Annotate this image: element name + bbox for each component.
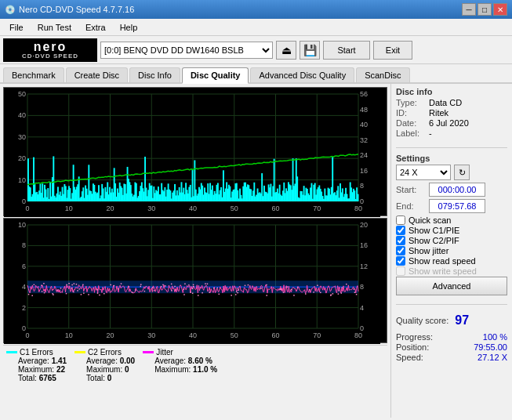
tab-bar: Benchmark Create Disc Disc Info Disc Qua… (0, 64, 512, 84)
c1-total-value: 6765 (39, 374, 56, 382)
quick-scan-checkbox[interactable] (396, 215, 405, 225)
jitter-color-swatch (143, 351, 154, 353)
c2-avg-row: Average: 0.00 (86, 357, 135, 365)
start-input[interactable] (429, 183, 485, 197)
settings-section: Settings 24 X ↻ Start: End: Quick scan (396, 154, 507, 295)
c1-max-row: Maximum: 22 (18, 365, 67, 374)
nero-logo: nero CD·DVD SPEED (3, 38, 97, 62)
speed-select[interactable]: 24 X (396, 165, 451, 180)
title-bar: 💿 Nero CD-DVD Speed 4.7.7.16 ─ □ ✕ (0, 0, 512, 19)
legend-jitter: Jitter Average: 8.60 % Maximum: 11.0 % (143, 348, 217, 382)
progress-row: Progress: 100 % (396, 332, 507, 342)
c2-label: C2 Errors (88, 348, 122, 357)
c2-total-value: 0 (107, 374, 112, 382)
disc-id-row: ID: Ritek (396, 108, 507, 118)
speed-label: Speed: (396, 353, 423, 362)
end-input[interactable] (429, 199, 485, 213)
minimize-button[interactable]: ─ (462, 3, 476, 16)
right-panel: Disc info Type: Data CD ID: Ritek Date: … (390, 84, 512, 418)
c1-max-value: 22 (56, 365, 65, 374)
show-write-speed-checkbox (396, 266, 405, 276)
show-c1-label: Show C1/PIE (409, 226, 459, 235)
c1-avg-row: Average: 1.41 (18, 357, 67, 365)
show-read-speed-label: Show read speed (409, 256, 476, 266)
tab-create-disc[interactable]: Create Disc (66, 67, 128, 82)
bottom-chart (3, 218, 387, 343)
divider-2 (396, 304, 507, 305)
app-title: Nero CD-DVD Speed 4.7.7.16 (19, 5, 134, 14)
menu-file[interactable]: File (3, 21, 30, 34)
end-label: End: (396, 201, 426, 211)
start-button[interactable]: Start (323, 41, 370, 60)
disc-date-label: Date: (396, 118, 426, 128)
legend-c2: C2 Errors Average: 0.00 Maximum: 0 Total… (74, 348, 135, 382)
settings-title: Settings (396, 154, 507, 163)
show-jitter-checkbox[interactable] (396, 246, 405, 255)
menu-extra[interactable]: Extra (79, 21, 112, 34)
disc-date-row: Date: 6 Jul 2020 (396, 118, 507, 128)
jitter-max-value: 11.0 % (193, 365, 217, 374)
show-write-speed-row: Show write speed (396, 266, 507, 276)
show-jitter-label: Show jitter (409, 246, 448, 255)
quality-score-value: 97 (455, 313, 469, 328)
legend-c1: C1 Errors Average: 1.41 Maximum: 22 Tota… (6, 348, 67, 382)
c1-color-swatch (6, 351, 17, 353)
toolbar: nero CD·DVD SPEED [0:0] BENQ DVD DD DW16… (0, 36, 512, 64)
c1-total-row: Total: 6765 (18, 374, 67, 382)
show-write-speed-label: Show write speed (409, 266, 477, 276)
save-button[interactable]: 💾 (300, 41, 320, 60)
speed-row: Speed: 27.12 X (396, 353, 507, 362)
main-content: C1 Errors Average: 1.41 Maximum: 22 Tota… (0, 84, 512, 418)
tab-scan-disc[interactable]: ScanDisc (356, 67, 409, 82)
drive-selector[interactable]: [0:0] BENQ DVD DD DW1640 BSLB (100, 42, 273, 59)
end-row: End: (396, 199, 507, 213)
top-chart (3, 87, 387, 216)
show-read-speed-checkbox[interactable] (396, 256, 405, 266)
show-c1-checkbox[interactable] (396, 226, 405, 235)
progress-section: Progress: 100 % Position: 79:55.00 Speed… (396, 332, 507, 363)
start-row: Start: (396, 183, 507, 197)
show-c2-label: Show C2/PIF (409, 236, 459, 245)
show-c2-row: Show C2/PIF (396, 236, 507, 245)
start-label: Start: (396, 185, 426, 194)
menu-run-test[interactable]: Run Test (31, 21, 78, 34)
disc-id-label: ID: (396, 108, 426, 118)
refresh-button[interactable]: ↻ (454, 165, 470, 180)
nero-logo-top: nero (34, 41, 67, 53)
disc-type-label: Type: (396, 98, 426, 107)
position-row: Position: 79:55.00 (396, 342, 507, 352)
eject-button[interactable]: ⏏ (276, 41, 296, 60)
title-bar-controls: ─ □ ✕ (462, 3, 507, 16)
show-jitter-row: Show jitter (396, 246, 507, 255)
menu-bar: File Run Test Extra Help (0, 19, 512, 36)
app-icon: 💿 (5, 5, 16, 15)
show-c1-row: Show C1/PIE (396, 226, 507, 235)
progress-label: Progress: (396, 332, 433, 342)
maximize-button[interactable]: □ (478, 3, 492, 16)
disc-label-value: - (429, 129, 432, 138)
disc-id-value: Ritek (429, 108, 448, 118)
disc-info-title: Disc info (396, 87, 507, 96)
show-c2-checkbox[interactable] (396, 236, 405, 245)
position-label: Position: (396, 342, 429, 352)
c2-avg-value: 0.00 (120, 357, 135, 365)
legend: C1 Errors Average: 1.41 Maximum: 22 Tota… (3, 345, 387, 385)
charts-area: C1 Errors Average: 1.41 Maximum: 22 Tota… (0, 84, 390, 418)
jitter-avg-row: Average: 8.60 % (154, 357, 217, 365)
show-read-speed-row: Show read speed (396, 256, 507, 266)
disc-date-value: 6 Jul 2020 (429, 118, 469, 128)
tab-advanced-disc-quality[interactable]: Advanced Disc Quality (250, 67, 354, 82)
tab-benchmark[interactable]: Benchmark (3, 67, 64, 82)
c2-max-row: Maximum: 0 (86, 365, 135, 374)
exit-button[interactable]: Exit (373, 41, 412, 60)
speed-value: 27.12 X (478, 353, 507, 362)
c1-label: C1 Errors (20, 348, 53, 357)
progress-value: 100 % (483, 332, 507, 342)
quality-score-label: Quality score: (396, 316, 448, 325)
menu-help[interactable]: Help (114, 21, 144, 34)
close-button[interactable]: ✕ (493, 3, 507, 16)
advanced-button[interactable]: Advanced (396, 277, 507, 295)
quality-score-row: Quality score: 97 (396, 313, 507, 328)
tab-disc-info[interactable]: Disc Info (129, 67, 180, 82)
tab-disc-quality[interactable]: Disc Quality (182, 67, 249, 84)
